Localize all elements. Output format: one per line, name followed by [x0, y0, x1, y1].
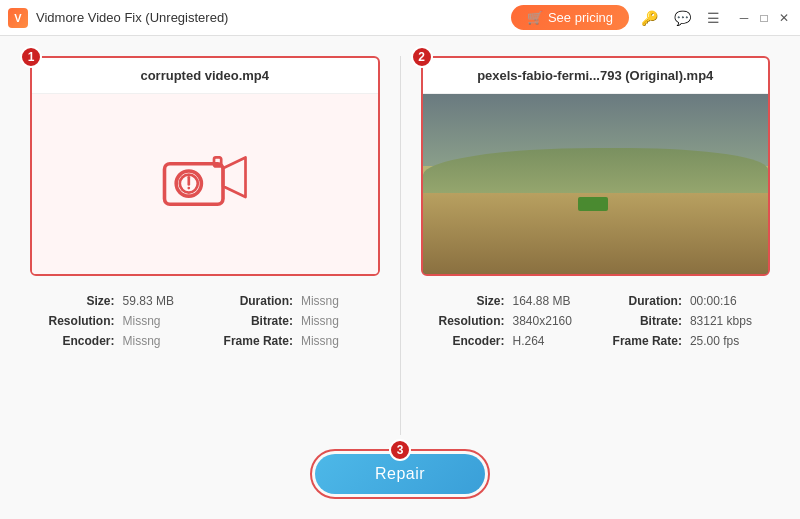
size-label-left: Size:: [30, 294, 119, 308]
duration-label-right: Duration:: [595, 294, 686, 308]
cart-icon: 🛒: [527, 10, 543, 25]
encoder-value-right: H.264: [513, 334, 591, 348]
panels-row: 1 corrupted video.mp4: [30, 56, 770, 435]
original-video-title: pexels-fabio-fermi...793 (Original).mp4: [423, 58, 769, 94]
encoder-label-left: Encoder:: [30, 334, 119, 348]
resolution-value-left: Missng: [123, 314, 202, 328]
maximize-button[interactable]: □: [756, 10, 772, 26]
titlebar: V Vidmore Video Fix (Unregistered) 🛒 See…: [0, 0, 800, 36]
badge-2: 2: [411, 46, 433, 68]
main-content: 1 corrupted video.mp4: [0, 36, 800, 519]
size-value-left: 59.83 MB: [123, 294, 202, 308]
chat-icon[interactable]: 💬: [670, 8, 695, 28]
duration-value-right: 00:00:16: [690, 294, 770, 308]
badge-1: 1: [20, 46, 42, 68]
thumbnail-tractor: [578, 197, 608, 211]
original-video-box: pexels-fabio-fermi...793 (Original).mp4: [421, 56, 771, 276]
resolution-label-right: Resolution:: [421, 314, 509, 328]
framerate-label-left: Frame Rate:: [205, 334, 297, 348]
resolution-value-right: 3840x2160: [513, 314, 591, 328]
framerate-label-right: Frame Rate:: [595, 334, 686, 348]
corrupted-video-panel: 1 corrupted video.mp4: [30, 56, 380, 276]
encoder-value-left: Missng: [123, 334, 202, 348]
close-button[interactable]: ✕: [776, 10, 792, 26]
corrupted-video-title: corrupted video.mp4: [32, 58, 378, 94]
right-panel: 2 pexels-fabio-fermi...793 (Original).mp…: [421, 56, 771, 348]
titlebar-center: 🛒 See pricing 🔑 💬 ☰ ─ □ ✕: [511, 5, 792, 30]
see-pricing-button[interactable]: 🛒 See pricing: [511, 5, 629, 30]
size-value-right: 164.88 MB: [513, 294, 591, 308]
svg-point-4: [187, 187, 190, 190]
corrupted-video-info: Size: 59.83 MB Duration: Missng Resoluti…: [30, 294, 380, 348]
bitrate-value-left: Missng: [301, 314, 380, 328]
window-controls: ─ □ ✕: [736, 10, 792, 26]
svg-rect-0: [164, 164, 223, 205]
corrupted-video-box: corrupted video.mp4: [30, 56, 380, 276]
duration-value-left: Missng: [301, 294, 380, 308]
bitrate-label-right: Bitrate:: [595, 314, 686, 328]
size-label-right: Size:: [421, 294, 509, 308]
app-title: Vidmore Video Fix (Unregistered): [36, 10, 228, 25]
original-video-info: Size: 164.88 MB Duration: 00:00:16 Resol…: [421, 294, 771, 348]
bitrate-label-left: Bitrate:: [205, 314, 297, 328]
framerate-value-left: Missng: [301, 334, 380, 348]
titlebar-left: V Vidmore Video Fix (Unregistered): [8, 8, 228, 28]
framerate-value-right: 25.00 fps: [690, 334, 770, 348]
bottom-row: 3 Repair: [30, 435, 770, 499]
menu-icon[interactable]: ☰: [703, 8, 724, 28]
resolution-label-left: Resolution:: [30, 314, 119, 328]
encoder-label-right: Encoder:: [421, 334, 509, 348]
duration-label-left: Duration:: [205, 294, 297, 308]
left-panel: 1 corrupted video.mp4: [30, 56, 380, 348]
minimize-button[interactable]: ─: [736, 10, 752, 26]
bitrate-value-right: 83121 kbps: [690, 314, 770, 328]
app-logo-icon: V: [8, 8, 28, 28]
key-icon[interactable]: 🔑: [637, 8, 662, 28]
original-video-panel: 2 pexels-fabio-fermi...793 (Original).mp…: [421, 56, 771, 276]
video-thumbnail: [423, 94, 769, 274]
badge-3: 3: [389, 439, 411, 461]
corrupted-video-placeholder[interactable]: [32, 94, 378, 274]
svg-marker-6: [223, 157, 246, 197]
camera-error-icon: [160, 149, 250, 219]
repair-button-wrapper: 3 Repair: [310, 449, 490, 499]
panel-divider: [400, 56, 401, 435]
thumbnail-image: [423, 94, 769, 274]
